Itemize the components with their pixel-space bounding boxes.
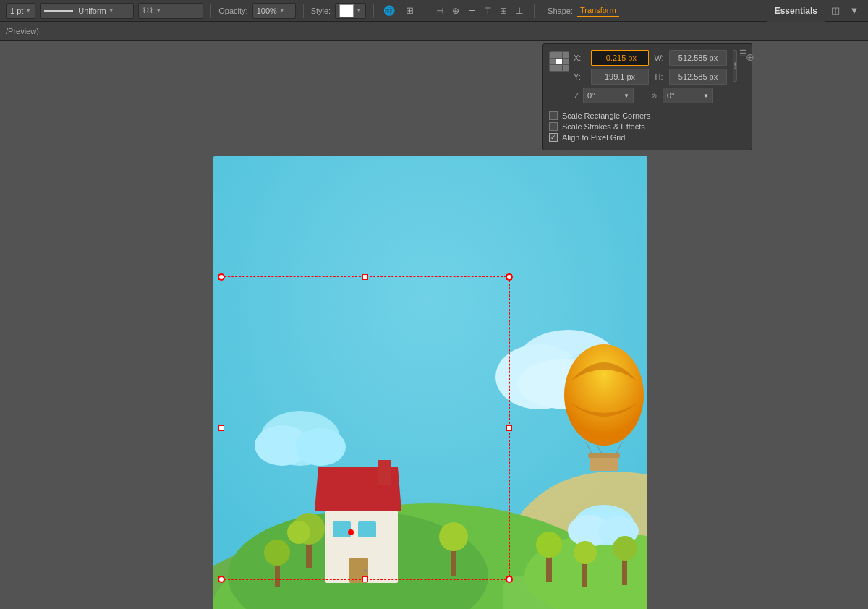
- shape-transform-tabs: Shape: Transform: [545, 4, 619, 17]
- angle-dropdown[interactable]: ▼: [624, 93, 629, 99]
- scale-strokes-row: Scale Strokes & Effects: [549, 122, 746, 131]
- grid-cell-8: [556, 65, 562, 71]
- w-input[interactable]: [669, 50, 727, 66]
- svg-rect-46: [622, 558, 627, 585]
- width-profile-icon: ⌇⌇⌇: [142, 7, 153, 14]
- transform-panel: ☰ X: W:: [542, 43, 752, 150]
- separator-3: [373, 4, 374, 18]
- align-pixel-row: ✓ Align to Pixel Grid: [549, 133, 746, 142]
- svg-point-29: [564, 344, 644, 446]
- svg-rect-44: [582, 561, 587, 587]
- h-label: H:: [652, 72, 666, 81]
- align-center-v-btn[interactable]: ⊞: [496, 4, 511, 18]
- width-profile-arrow: ▼: [156, 7, 161, 14]
- svg-rect-42: [546, 554, 552, 582]
- svg-point-37: [287, 521, 310, 544]
- h-input[interactable]: [669, 69, 727, 85]
- essentials-label: Essentials: [767, 0, 825, 22]
- style-label: Style:: [311, 7, 331, 15]
- transform-tab[interactable]: Transform: [577, 4, 619, 17]
- stroke-size-control[interactable]: 1 pt ▼: [6, 3, 35, 19]
- x-input[interactable]: [591, 50, 649, 66]
- second-bar: /Preview): [0, 22, 868, 41]
- svg-rect-13: [378, 460, 391, 485]
- svg-point-47: [613, 536, 637, 561]
- shear-value: 0°: [667, 91, 675, 100]
- opacity-control[interactable]: 100% ▼: [252, 3, 296, 19]
- globe-icon-btn[interactable]: 🌐: [381, 3, 397, 19]
- stroke-line-preview: [44, 10, 73, 12]
- align-center-h-btn[interactable]: ⊕: [448, 4, 463, 18]
- svg-point-39: [264, 540, 290, 566]
- scale-rect-corners-row: Scale Rectangle Corners: [549, 111, 746, 120]
- separator-4: [425, 4, 425, 18]
- grid-cell-1: [550, 52, 556, 58]
- align-pixel-checkbox[interactable]: ✓: [549, 133, 558, 142]
- grid-icon-btn[interactable]: ⊞: [401, 3, 417, 19]
- isolate-icon[interactable]: ◫: [827, 3, 843, 19]
- style-swatch-arrow: ▼: [356, 7, 362, 14]
- panel-menu-icon[interactable]: ☰: [739, 48, 747, 59]
- panel-divider: [549, 108, 746, 108]
- grid-cell-6: [563, 59, 569, 64]
- svg-point-45: [574, 541, 597, 564]
- y-input[interactable]: [591, 69, 649, 85]
- separator-1: [210, 4, 211, 18]
- essentials-text: Essentials: [775, 6, 817, 16]
- shear-symbol: ⊘: [651, 92, 657, 100]
- scale-strokes-label: Scale Strokes & Effects: [562, 122, 645, 131]
- artwork: designed by 🌿 freepik.com: [213, 156, 647, 609]
- svg-rect-14: [333, 521, 351, 537]
- svg-point-43: [536, 532, 562, 558]
- align-pixel-label: Align to Pixel Grid: [562, 133, 625, 142]
- shear-dropdown[interactable]: ▼: [703, 93, 709, 99]
- angle-input-container[interactable]: 0° ▼: [583, 88, 634, 103]
- svg-rect-15: [358, 521, 376, 537]
- svg-point-18: [348, 529, 354, 535]
- angle-value: 0°: [587, 91, 595, 100]
- scale-rect-corners-checkbox[interactable]: [549, 111, 558, 120]
- stroke-type-arrow: ▼: [109, 7, 114, 14]
- angle-symbol: ∠: [574, 92, 580, 100]
- grid-cell-3: [563, 52, 569, 58]
- shear-input-container[interactable]: 0° ▼: [663, 88, 713, 103]
- scale-strokes-checkbox[interactable]: [549, 122, 558, 131]
- separator-2: [303, 4, 304, 18]
- w-label: W:: [652, 54, 666, 62]
- style-swatch: [339, 4, 354, 17]
- reference-point-grid[interactable]: [549, 51, 569, 72]
- x-label: X:: [574, 54, 588, 62]
- style-swatch-control[interactable]: ▼: [335, 3, 366, 19]
- scale-rect-corners-label: Scale Rectangle Corners: [562, 111, 650, 120]
- svg-point-21: [295, 428, 346, 466]
- grid-cell-9: [563, 65, 569, 71]
- y-label: Y:: [574, 72, 588, 81]
- stroke-size-value: 1 pt: [10, 7, 23, 15]
- more-icon[interactable]: ▼: [846, 3, 862, 19]
- stroke-style-control[interactable]: Uniform ▼: [40, 3, 134, 19]
- top-toolbar: 1 pt ▼ Uniform ▼ ⌇⌇⌇ ▼ Opacity: 100% ▼ S…: [0, 0, 868, 22]
- stroke-size-arrow: ▼: [25, 7, 31, 14]
- align-bottom-btn[interactable]: ⊥: [512, 4, 527, 18]
- svg-point-17: [364, 569, 367, 572]
- align-left-btn[interactable]: ⊣: [433, 4, 447, 18]
- shape-tab[interactable]: Shape:: [545, 5, 576, 17]
- opacity-arrow: ▼: [279, 7, 285, 14]
- width-profile-control[interactable]: ⌇⌇⌇ ▼: [138, 3, 203, 19]
- svg-point-41: [439, 522, 468, 551]
- stroke-type-value: Uniform: [78, 7, 106, 15]
- svg-rect-34: [588, 453, 620, 458]
- grid-cell-5: [556, 59, 562, 64]
- separator-5: [534, 4, 535, 18]
- grid-cell-7: [550, 65, 556, 71]
- preview-label: /Preview): [6, 27, 39, 35]
- constrain-proportions-btn[interactable]: ⁞: [733, 50, 737, 82]
- grid-cell-4: [550, 59, 556, 64]
- align-group: ⊣ ⊕ ⊢ ⊤ ⊞ ⊥: [433, 4, 527, 18]
- opacity-value: 100%: [257, 7, 277, 15]
- align-right-btn[interactable]: ⊢: [464, 4, 479, 18]
- angle-shear-row: ∠ 0° ▼ ⊘ 0° ▼: [574, 88, 746, 103]
- illustration: designed by 🌿 freepik.com: [213, 156, 647, 609]
- opacity-label: Opacity:: [218, 7, 247, 15]
- align-top-btn[interactable]: ⊤: [480, 4, 495, 18]
